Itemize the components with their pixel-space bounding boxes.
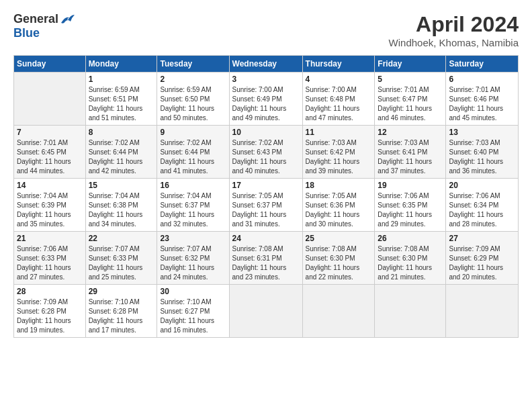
day-number: 25: [306, 234, 372, 243]
day-number: 10: [232, 128, 300, 137]
day-number: 26: [378, 234, 443, 243]
day-number: 15: [89, 181, 154, 190]
day-number: 22: [89, 234, 154, 243]
calendar-header-row: Sunday Monday Tuesday Wednesday Thursday…: [14, 56, 519, 73]
day-info: Sunrise: 7:03 AMSunset: 6:42 PMDaylight:…: [306, 138, 372, 176]
col-saturday: Saturday: [446, 56, 519, 73]
calendar-cell: 13Sunrise: 7:03 AMSunset: 6:40 PMDayligh…: [446, 126, 519, 179]
day-info: Sunrise: 7:06 AMSunset: 6:34 PMDaylight:…: [449, 191, 515, 229]
day-info: Sunrise: 7:01 AMSunset: 6:47 PMDaylight:…: [378, 85, 443, 123]
col-wednesday: Wednesday: [229, 56, 302, 73]
day-info: Sunrise: 7:05 AMSunset: 6:37 PMDaylight:…: [232, 191, 300, 229]
day-number: 9: [160, 128, 226, 137]
calendar-week-row: 1Sunrise: 6:59 AMSunset: 6:51 PMDaylight…: [14, 73, 519, 126]
calendar-cell: 27Sunrise: 7:09 AMSunset: 6:29 PMDayligh…: [446, 232, 519, 285]
calendar-cell: 24Sunrise: 7:08 AMSunset: 6:31 PMDayligh…: [229, 232, 302, 285]
day-info: Sunrise: 7:03 AMSunset: 6:41 PMDaylight:…: [378, 138, 443, 176]
day-info: Sunrise: 7:02 AMSunset: 6:44 PMDaylight:…: [89, 138, 154, 176]
calendar-cell: [302, 285, 375, 338]
day-info: Sunrise: 6:59 AMSunset: 6:51 PMDaylight:…: [89, 85, 154, 123]
day-number: 3: [232, 75, 300, 84]
col-friday: Friday: [375, 56, 446, 73]
day-number: 12: [378, 128, 443, 137]
day-info: Sunrise: 7:00 AMSunset: 6:49 PMDaylight:…: [232, 85, 300, 123]
calendar-cell: 6Sunrise: 7:01 AMSunset: 6:46 PMDaylight…: [446, 73, 519, 126]
calendar-cell: 19Sunrise: 7:06 AMSunset: 6:35 PMDayligh…: [375, 179, 446, 232]
day-number: 18: [306, 181, 372, 190]
day-number: 4: [306, 75, 372, 84]
day-info: Sunrise: 7:07 AMSunset: 6:33 PMDaylight:…: [89, 244, 154, 282]
calendar-cell: 12Sunrise: 7:03 AMSunset: 6:41 PMDayligh…: [375, 126, 446, 179]
day-number: 21: [17, 234, 83, 243]
day-info: Sunrise: 7:09 AMSunset: 6:29 PMDaylight:…: [449, 244, 515, 282]
day-info: Sunrise: 7:08 AMSunset: 6:31 PMDaylight:…: [232, 244, 300, 282]
day-info: Sunrise: 7:05 AMSunset: 6:36 PMDaylight:…: [306, 191, 372, 229]
calendar-cell: 4Sunrise: 7:00 AMSunset: 6:48 PMDaylight…: [302, 73, 375, 126]
calendar-cell: 3Sunrise: 7:00 AMSunset: 6:49 PMDaylight…: [229, 73, 302, 126]
calendar-title: April 2024: [389, 12, 519, 37]
calendar-cell: [229, 285, 302, 338]
calendar-cell: 25Sunrise: 7:08 AMSunset: 6:30 PMDayligh…: [302, 232, 375, 285]
calendar-cell: 9Sunrise: 7:02 AMSunset: 6:44 PMDaylight…: [157, 126, 229, 179]
page: General Blue April 2024 Windhoek, Khomas…: [0, 0, 532, 411]
calendar-cell: 20Sunrise: 7:06 AMSunset: 6:34 PMDayligh…: [446, 179, 519, 232]
calendar-cell: 21Sunrise: 7:06 AMSunset: 6:33 PMDayligh…: [14, 232, 86, 285]
calendar-cell: 10Sunrise: 7:02 AMSunset: 6:43 PMDayligh…: [229, 126, 302, 179]
calendar-cell: 14Sunrise: 7:04 AMSunset: 6:39 PMDayligh…: [14, 179, 86, 232]
calendar-cell: 16Sunrise: 7:04 AMSunset: 6:37 PMDayligh…: [157, 179, 229, 232]
calendar-week-row: 28Sunrise: 7:09 AMSunset: 6:28 PMDayligh…: [14, 285, 519, 338]
day-info: Sunrise: 7:02 AMSunset: 6:43 PMDaylight:…: [232, 138, 300, 176]
logo-blue-text: Blue: [13, 26, 40, 40]
calendar-cell: 1Sunrise: 6:59 AMSunset: 6:51 PMDaylight…: [85, 73, 157, 126]
calendar-cell: 2Sunrise: 6:59 AMSunset: 6:50 PMDaylight…: [157, 73, 229, 126]
col-tuesday: Tuesday: [157, 56, 229, 73]
day-number: 20: [449, 181, 515, 190]
day-number: 8: [89, 128, 154, 137]
calendar-cell: [375, 285, 446, 338]
day-number: 16: [160, 181, 226, 190]
day-number: 28: [17, 287, 83, 296]
day-info: Sunrise: 7:01 AMSunset: 6:45 PMDaylight:…: [17, 138, 83, 176]
day-info: Sunrise: 7:01 AMSunset: 6:46 PMDaylight:…: [449, 85, 515, 123]
day-number: 11: [306, 128, 372, 137]
day-info: Sunrise: 7:06 AMSunset: 6:35 PMDaylight:…: [378, 191, 443, 229]
logo: General Blue: [13, 12, 75, 40]
calendar-cell: 17Sunrise: 7:05 AMSunset: 6:37 PMDayligh…: [229, 179, 302, 232]
day-info: Sunrise: 7:02 AMSunset: 6:44 PMDaylight:…: [160, 138, 226, 176]
col-monday: Monday: [85, 56, 157, 73]
calendar-subtitle: Windhoek, Khomas, Namibia: [389, 37, 519, 48]
day-info: Sunrise: 7:07 AMSunset: 6:32 PMDaylight:…: [160, 244, 226, 282]
day-info: Sunrise: 7:04 AMSunset: 6:37 PMDaylight:…: [160, 191, 226, 229]
title-block: April 2024 Windhoek, Khomas, Namibia: [389, 12, 519, 48]
day-number: 5: [378, 75, 443, 84]
day-info: Sunrise: 6:59 AMSunset: 6:50 PMDaylight:…: [160, 85, 226, 123]
day-info: Sunrise: 7:04 AMSunset: 6:38 PMDaylight:…: [89, 191, 154, 229]
calendar-cell: 22Sunrise: 7:07 AMSunset: 6:33 PMDayligh…: [85, 232, 157, 285]
calendar-cell: 30Sunrise: 7:10 AMSunset: 6:27 PMDayligh…: [157, 285, 229, 338]
logo-bird-icon: [60, 13, 75, 26]
day-info: Sunrise: 7:00 AMSunset: 6:48 PMDaylight:…: [306, 85, 372, 123]
header: General Blue April 2024 Windhoek, Khomas…: [13, 12, 519, 48]
calendar-table: Sunday Monday Tuesday Wednesday Thursday…: [13, 55, 519, 338]
day-number: 13: [449, 128, 515, 137]
day-number: 1: [89, 75, 154, 84]
day-number: 14: [17, 181, 83, 190]
calendar-week-row: 14Sunrise: 7:04 AMSunset: 6:39 PMDayligh…: [14, 179, 519, 232]
calendar-cell: 23Sunrise: 7:07 AMSunset: 6:32 PMDayligh…: [157, 232, 229, 285]
day-number: 17: [232, 181, 300, 190]
calendar-cell: 5Sunrise: 7:01 AMSunset: 6:47 PMDaylight…: [375, 73, 446, 126]
day-number: 7: [17, 128, 83, 137]
day-number: 27: [449, 234, 515, 243]
day-number: 29: [89, 287, 154, 296]
day-info: Sunrise: 7:08 AMSunset: 6:30 PMDaylight:…: [306, 244, 372, 282]
calendar-cell: [446, 285, 519, 338]
day-number: 23: [160, 234, 226, 243]
day-number: 2: [160, 75, 226, 84]
day-info: Sunrise: 7:06 AMSunset: 6:33 PMDaylight:…: [17, 244, 83, 282]
day-number: 30: [160, 287, 226, 296]
calendar-cell: 7Sunrise: 7:01 AMSunset: 6:45 PMDaylight…: [14, 126, 86, 179]
day-number: 24: [232, 234, 300, 243]
day-info: Sunrise: 7:04 AMSunset: 6:39 PMDaylight:…: [17, 191, 83, 229]
calendar-week-row: 21Sunrise: 7:06 AMSunset: 6:33 PMDayligh…: [14, 232, 519, 285]
logo-general-text: General: [13, 12, 58, 26]
